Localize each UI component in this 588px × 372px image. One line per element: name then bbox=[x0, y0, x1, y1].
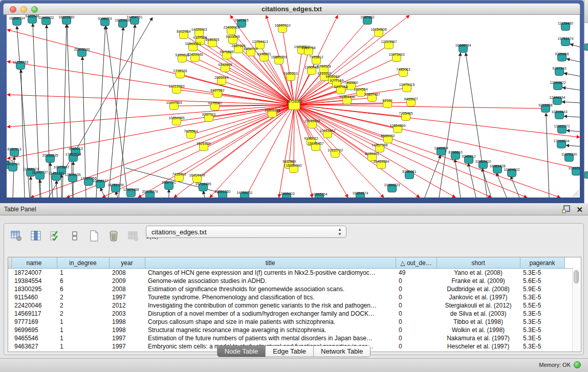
network-window-titlebar[interactable]: citations_edges.txt bbox=[3, 3, 580, 15]
cell-pagerank[interactable]: 5.3E-5 bbox=[520, 334, 564, 342]
svg-text:9777169: 9777169 bbox=[330, 79, 343, 82]
cell-title[interactable]: Changes of HCN gene expression and I(f) … bbox=[145, 269, 396, 277]
tab-edge-table[interactable]: Edge Table bbox=[266, 346, 314, 357]
table-row[interactable]: 2242004622012Investigating the contribut… bbox=[8, 301, 573, 310]
cell-in_degree[interactable]: 1 bbox=[57, 269, 109, 277]
cell-name[interactable]: 9115460 bbox=[11, 293, 57, 301]
network-canvas[interactable]: 1872400718658734946554611942032166235809… bbox=[7, 15, 580, 198]
cell-name[interactable]: 19384554 bbox=[11, 277, 57, 285]
cell-short[interactable]: de Silva et al. (2003) bbox=[437, 310, 520, 318]
cell-out_degree[interactable]: 0 bbox=[396, 285, 437, 293]
cell-year[interactable]: 2003 bbox=[109, 310, 145, 318]
cell-out_degree[interactable]: 0 bbox=[396, 326, 437, 334]
cell-pagerank[interactable]: 5.3E-5 bbox=[520, 318, 564, 326]
column-header-name[interactable]: name bbox=[11, 257, 57, 269]
delete-table-icon[interactable] bbox=[106, 229, 121, 243]
cell-title[interactable]: Estimation of significance thresholds fo… bbox=[145, 285, 396, 293]
table-row[interactable]: 1872400712008Changes of HCN gene express… bbox=[8, 269, 573, 277]
cell-short[interactable]: Yano et al. (2008) bbox=[437, 269, 520, 277]
table-row[interactable]: 1456911722003Disruption of a novel membe… bbox=[8, 310, 573, 318]
cell-out_degree[interactable]: 0 bbox=[396, 310, 437, 318]
table-header-row[interactable]: namein_degreeyeartitle△ out_de…shortpage… bbox=[8, 257, 573, 269]
cell-pagerank[interactable]: 5.3E-5 bbox=[520, 310, 564, 318]
cell-pagerank[interactable]: 5.6E-5 bbox=[520, 277, 564, 285]
cell-short[interactable]: Nakamura et al. (1997) bbox=[437, 334, 520, 342]
cell-name[interactable]: 22420046 bbox=[11, 301, 57, 310]
node-table[interactable]: namein_degreeyeartitle△ out_de…shortpage… bbox=[8, 257, 581, 352]
tab-node-table[interactable]: Node Table bbox=[217, 346, 266, 357]
column-header-in_degree[interactable]: in_degree bbox=[57, 257, 109, 269]
row-height-icon[interactable] bbox=[68, 229, 82, 243]
cell-year[interactable]: 2008 bbox=[109, 285, 145, 293]
cell-year[interactable]: 2008 bbox=[109, 269, 145, 277]
create-table-icon[interactable] bbox=[87, 229, 101, 243]
cell-out_degree[interactable]: 0 bbox=[396, 301, 437, 310]
cell-pagerank[interactable]: 5.3E-5 bbox=[520, 293, 564, 301]
table-row[interactable]: 969969511998Structural magnetic resonanc… bbox=[8, 326, 573, 334]
close-panel-icon[interactable]: ✕ bbox=[576, 206, 583, 213]
table-row[interactable]: 1830029562008Estimation of significance … bbox=[8, 285, 573, 293]
table-row[interactable]: 977716911998Corpus callosum shape and si… bbox=[8, 318, 573, 326]
cell-out_degree[interactable]: 0 bbox=[396, 318, 437, 326]
cell-short[interactable]: Dudbridge et al. (2008) bbox=[437, 285, 520, 293]
column-header-out_de[interactable]: △ out_de… bbox=[396, 257, 437, 269]
cell-out_degree[interactable]: 49 bbox=[396, 269, 437, 277]
cell-title[interactable]: Disruption of a novel member of a sodium… bbox=[145, 310, 396, 318]
cell-pagerank[interactable]: 5.5E-5 bbox=[520, 301, 564, 310]
selection-mode-icon[interactable] bbox=[48, 229, 62, 243]
cell-name[interactable]: 9699695 bbox=[11, 326, 57, 334]
cell-in_degree[interactable]: 1 bbox=[57, 318, 109, 326]
cell-year[interactable]: 2009 bbox=[109, 277, 145, 285]
table-vertical-scrollbar[interactable] bbox=[572, 269, 580, 352]
cell-year[interactable]: 1997 bbox=[109, 334, 145, 342]
cell-year[interactable]: 1998 bbox=[109, 318, 145, 326]
cell-pagerank[interactable]: 5.3E-5 bbox=[520, 326, 564, 334]
table-settings-icon[interactable] bbox=[9, 229, 24, 243]
cell-name[interactable]: 14569117 bbox=[11, 310, 57, 318]
cell-year[interactable]: 2012 bbox=[109, 301, 145, 310]
cell-out_degree[interactable]: 0 bbox=[396, 334, 437, 342]
table-row[interactable]: 1938455462009Genome-wide association stu… bbox=[8, 277, 573, 285]
cell-title[interactable]: Structural magnetic resonance image aver… bbox=[145, 326, 396, 334]
column-visibility-icon[interactable] bbox=[29, 229, 43, 243]
column-header-short[interactable]: short bbox=[437, 257, 520, 269]
cell-name[interactable]: 9465546 bbox=[11, 334, 57, 342]
cell-short[interactable]: Franke et al. (2009) bbox=[437, 277, 520, 285]
table-row[interactable]: 946554611997Estimation of the future num… bbox=[8, 334, 573, 342]
network-canvas-svg[interactable]: 1872400718658734946554611942032166235809… bbox=[7, 15, 580, 198]
cell-in_degree[interactable]: 6 bbox=[57, 277, 109, 285]
cell-out_degree[interactable]: 0 bbox=[396, 277, 437, 285]
cell-title[interactable]: Genome-wide association studies in ADHD. bbox=[145, 277, 396, 285]
cell-title[interactable]: Tourette syndrome. Phenomenology and cla… bbox=[145, 293, 396, 301]
table-row[interactable]: 911546021997Tourette syndrome. Phenomeno… bbox=[8, 293, 573, 301]
cell-pagerank[interactable]: 5.3E-5 bbox=[520, 269, 564, 277]
cell-out_degree[interactable]: 0 bbox=[396, 293, 437, 301]
cell-in_degree[interactable]: 6 bbox=[57, 285, 109, 293]
cell-name[interactable]: 18300295 bbox=[11, 285, 57, 293]
cell-title[interactable]: Corpus callosum shape and size in male p… bbox=[145, 318, 396, 326]
column-header-year[interactable]: year bbox=[109, 257, 145, 269]
cell-name[interactable]: 9777169 bbox=[11, 318, 57, 326]
cell-pagerank[interactable]: 5.9E-5 bbox=[520, 285, 564, 293]
scrollbar-thumb[interactable] bbox=[574, 270, 579, 283]
cell-name[interactable]: 18724007 bbox=[11, 269, 57, 277]
table-select-combobox[interactable]: citations_edges.txt ▲▼ bbox=[146, 226, 346, 238]
float-panel-icon[interactable] bbox=[562, 205, 570, 213]
tab-network-table[interactable]: Network Table bbox=[314, 346, 370, 357]
cell-short[interactable]: Tibbo et al. (1998) bbox=[437, 318, 520, 326]
cell-in_degree[interactable]: 2 bbox=[57, 293, 109, 301]
column-header-pagerank[interactable]: pagerank bbox=[520, 257, 564, 269]
cell-title[interactable]: Investigating the contribution of common… bbox=[145, 301, 396, 310]
cell-short[interactable]: Wolkin et al. (1998) bbox=[437, 326, 520, 334]
cell-year[interactable]: 1998 bbox=[109, 326, 145, 334]
memory-ok-indicator[interactable] bbox=[574, 361, 581, 368]
cell-in_degree[interactable]: 2 bbox=[57, 301, 109, 310]
cell-in_degree[interactable]: 1 bbox=[57, 334, 109, 342]
cell-short[interactable]: Jankovic et al. (1997) bbox=[437, 293, 520, 301]
cell-in_degree[interactable]: 2 bbox=[57, 310, 109, 318]
column-header-title[interactable]: title bbox=[145, 257, 396, 269]
cell-title[interactable]: Estimation of the future numbers of pati… bbox=[145, 334, 396, 342]
cell-in_degree[interactable]: 1 bbox=[57, 326, 109, 334]
cell-short[interactable]: Stergiakouli et al. (2012) bbox=[437, 301, 520, 310]
cell-year[interactable]: 1997 bbox=[109, 293, 145, 301]
